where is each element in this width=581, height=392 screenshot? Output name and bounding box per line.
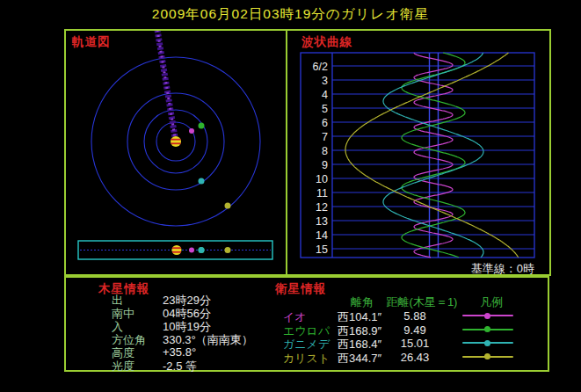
legend-dot-ganymede bbox=[484, 340, 490, 346]
orbit-panel-title: 軌道図 bbox=[72, 34, 111, 50]
jupiter-set-label: 入 bbox=[112, 319, 163, 332]
legend-dot-callisto bbox=[484, 353, 490, 359]
legend-dot-europa bbox=[484, 326, 490, 332]
legend-header: 凡例 bbox=[464, 294, 519, 310]
jupiter-set-value: 10時19分 bbox=[163, 319, 211, 332]
moon-distance-callisto: 26.43 bbox=[383, 351, 447, 364]
jupiter-magnitude-label: 光度 bbox=[112, 359, 163, 372]
jupiter-transit-label: 南中 bbox=[112, 306, 163, 319]
legend-dot-io bbox=[484, 313, 490, 319]
jupiter-azimuth-label: 方位角 bbox=[112, 332, 163, 345]
panel-divider bbox=[286, 31, 287, 274]
distance-header: 距離(木星＝1) bbox=[378, 294, 466, 310]
satellite-info-title: 衛星情報 bbox=[275, 281, 326, 297]
moon-name-callisto: カリスト bbox=[283, 351, 330, 367]
page-title: 2009年06月02日03時19分のガリレオ衛星 bbox=[0, 5, 581, 24]
moon-distance-io: 5.88 bbox=[383, 309, 447, 323]
jupiter-altitude-label: 高度 bbox=[112, 345, 163, 359]
jupiter-transit-value: 04時56分 bbox=[163, 306, 211, 319]
wave-panel-title: 波状曲線 bbox=[301, 34, 352, 50]
baseline-note: 基準線：0時 bbox=[413, 261, 534, 277]
moon-distance-ganymede: 15.01 bbox=[383, 337, 447, 350]
app-window: 6/23456789101112131415 2009年06月02日03時19分… bbox=[0, 0, 581, 392]
top-panel-frame bbox=[64, 29, 551, 276]
jupiter-rise-value: 23時29分 bbox=[163, 293, 211, 306]
jupiter-azimuth-value: 330.3°（南南東） bbox=[163, 332, 253, 345]
moon-elongation-callisto: 西344.7″ bbox=[338, 351, 381, 367]
jupiter-altitude-value: +35.8° bbox=[163, 345, 196, 359]
jupiter-rise-label: 出 bbox=[112, 293, 163, 306]
moon-distance-europa: 9.49 bbox=[383, 323, 447, 337]
jupiter-magnitude-value: -2.5 等 bbox=[163, 359, 197, 372]
